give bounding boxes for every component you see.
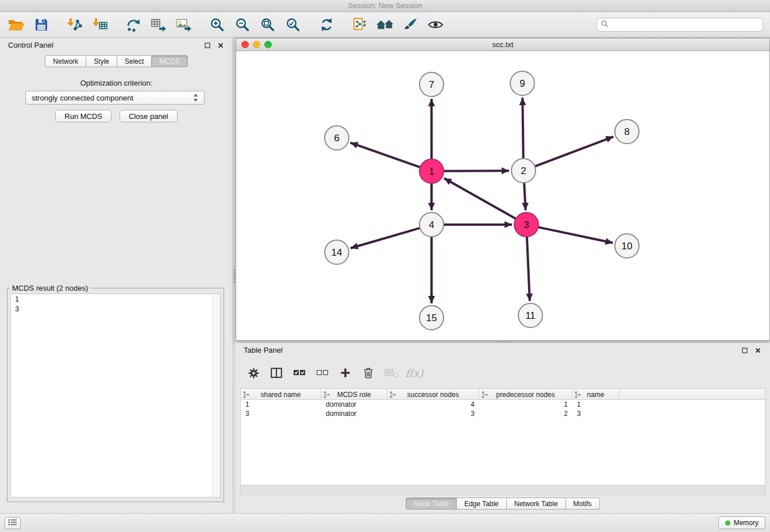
tab-motifs[interactable]: Motifs xyxy=(566,498,600,510)
node-4[interactable]: 4 xyxy=(419,213,444,237)
toolbar-group xyxy=(7,16,51,34)
edge-1-2[interactable] xyxy=(444,171,509,171)
refresh-icon[interactable] xyxy=(317,16,336,34)
zoom-selected-icon[interactable] xyxy=(284,16,302,34)
import-table-icon[interactable] xyxy=(91,16,109,34)
home-icon[interactable] xyxy=(376,16,394,34)
table-cell[interactable]: dominator xyxy=(321,400,387,409)
close-window-icon[interactable]: × xyxy=(241,41,249,48)
table-cell[interactable]: 3 xyxy=(241,409,321,418)
close-panel-icon[interactable] xyxy=(217,41,225,49)
function-icon: f(x) xyxy=(406,365,423,381)
toolbar-group xyxy=(208,16,302,34)
column-header-name[interactable]: name xyxy=(572,389,619,400)
clear-selection-icon[interactable] xyxy=(314,365,331,381)
edge-2-8[interactable] xyxy=(535,137,614,167)
zoom-fit-icon[interactable] xyxy=(259,16,277,34)
node-1[interactable]: 1 xyxy=(419,159,444,183)
node-8[interactable]: 8 xyxy=(615,119,639,144)
close-panel-icon[interactable] xyxy=(754,346,762,354)
new-network-icon[interactable] xyxy=(124,16,143,34)
memory-button[interactable]: Memory xyxy=(718,516,765,529)
table-cell[interactable]: 3 xyxy=(572,409,619,418)
column-header-MCDS-role[interactable]: MCDS role xyxy=(321,389,387,400)
open-session-icon[interactable] xyxy=(7,16,25,34)
table-cell[interactable]: 2 xyxy=(479,409,572,418)
node-11[interactable]: 11 xyxy=(518,303,542,327)
eye-icon[interactable] xyxy=(426,16,445,34)
table-cell[interactable]: 3 xyxy=(387,409,479,418)
table-cell[interactable]: 1 xyxy=(241,400,321,409)
tab-mcds[interactable]: MCDS xyxy=(152,55,187,67)
add-row-icon[interactable] xyxy=(337,365,354,381)
mcds-result-item[interactable]: 3 xyxy=(11,304,220,314)
result-scrollbar[interactable] xyxy=(213,294,220,497)
tab-network[interactable]: Network xyxy=(45,55,86,67)
mcds-result-list[interactable]: 13 xyxy=(10,294,221,498)
node-9[interactable]: 9 xyxy=(510,71,534,95)
table-cell[interactable]: 1 xyxy=(479,400,572,409)
table-horizontal-scrollbar[interactable] xyxy=(240,485,765,495)
edge-1-6[interactable] xyxy=(351,142,421,167)
node-label: 14 xyxy=(332,247,342,258)
close-panel-button[interactable]: Close panel xyxy=(120,110,178,122)
tab-edge-table[interactable]: Edge Table xyxy=(457,498,507,510)
node-14[interactable]: 14 xyxy=(325,240,349,264)
edge-2-3[interactable] xyxy=(524,183,526,210)
node-15[interactable]: 15 xyxy=(419,306,444,330)
float-panel-icon[interactable] xyxy=(203,41,211,49)
tab-style[interactable]: Style xyxy=(86,55,117,67)
tab-network-table[interactable]: Network Table xyxy=(507,498,566,510)
select-all-icon[interactable] xyxy=(291,365,308,381)
node-3[interactable]: 3 xyxy=(514,213,538,237)
zoom-window-icon[interactable]: + xyxy=(264,41,272,48)
column-type-icon xyxy=(243,391,249,400)
edge-4-14[interactable] xyxy=(351,228,420,248)
task-history-button[interactable] xyxy=(5,517,21,529)
gear-icon[interactable] xyxy=(245,365,262,381)
column-header-shared-name[interactable]: shared name xyxy=(241,389,321,400)
search-box[interactable] xyxy=(596,18,763,32)
table-body: 1dominator4113dominator323 xyxy=(241,400,765,418)
zoom-in-icon[interactable] xyxy=(208,16,226,34)
export-image-icon[interactable] xyxy=(175,16,193,34)
table-row[interactable]: 1dominator411 xyxy=(241,400,765,409)
mcds-result-item[interactable]: 1 xyxy=(11,294,220,304)
node-label: 10 xyxy=(622,241,633,252)
function-label: f(x) xyxy=(406,367,424,379)
network-window-titlebar[interactable]: scc.txt × – + xyxy=(236,38,769,51)
search-input[interactable] xyxy=(611,21,759,29)
network-graph[interactable]: 7968124314101511 xyxy=(236,51,769,340)
node-10[interactable]: 10 xyxy=(615,234,639,258)
edge-3-11[interactable] xyxy=(527,237,530,301)
tab-select[interactable]: Select xyxy=(117,55,152,67)
edge-3-1[interactable] xyxy=(444,178,516,218)
column-header-successor-nodes[interactable]: successor nodes xyxy=(387,389,479,400)
columns-icon[interactable] xyxy=(268,365,285,381)
delete-row-icon[interactable] xyxy=(360,365,377,381)
column-header-predecessor-nodes[interactable]: predecessor nodes xyxy=(479,389,572,400)
float-panel-icon[interactable] xyxy=(741,346,749,354)
clone-network-icon[interactable] xyxy=(351,16,369,34)
export-table-icon[interactable] xyxy=(149,16,168,34)
table-cell[interactable]: 1 xyxy=(572,400,619,409)
node-7[interactable]: 7 xyxy=(419,72,444,97)
network-canvas[interactable]: 7968124314101511 xyxy=(236,51,769,340)
paintbrush-icon[interactable] xyxy=(401,16,419,34)
edge-2-9[interactable] xyxy=(522,98,523,159)
table-cell[interactable]: dominator xyxy=(321,409,387,418)
tab-node-table[interactable]: Node Table xyxy=(406,498,457,510)
zoom-out-icon[interactable] xyxy=(233,16,252,34)
node-2[interactable]: 2 xyxy=(511,159,536,183)
table-row[interactable]: 3dominator323 xyxy=(241,409,765,418)
run-mcds-button[interactable]: Run MCDS xyxy=(55,110,111,122)
edge-3-10[interactable] xyxy=(538,227,613,242)
import-network-icon[interactable] xyxy=(66,16,84,34)
table-cell[interactable]: 4 xyxy=(387,400,479,409)
node-6[interactable]: 6 xyxy=(325,126,349,150)
column-header-label: predecessor nodes xyxy=(496,391,555,399)
save-session-icon[interactable] xyxy=(32,16,51,34)
minimize-window-icon[interactable]: – xyxy=(253,41,260,48)
control-panel-tabs: NetworkStyleSelectMCDS xyxy=(45,55,187,67)
criterion-dropdown[interactable]: strongly connected component xyxy=(25,91,205,105)
